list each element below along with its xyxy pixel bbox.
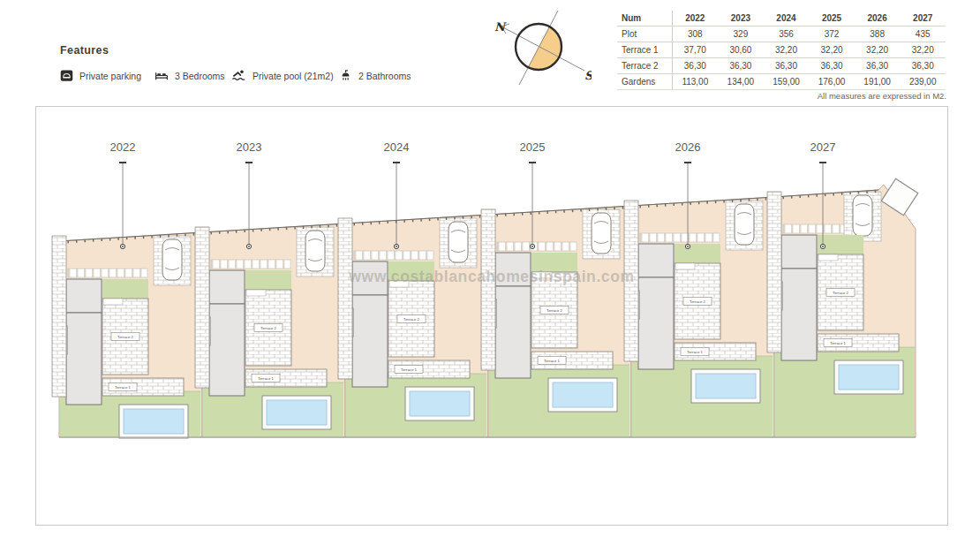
cell-value: 239,00 bbox=[900, 74, 946, 89]
feature-label: Private parking bbox=[79, 71, 141, 81]
cell-value: 36,30 bbox=[900, 58, 946, 73]
plot-year-label: 2024 bbox=[384, 140, 410, 154]
svg-text:Terrace 1: Terrace 1 bbox=[258, 376, 275, 381]
cell-value: 435 bbox=[900, 27, 946, 42]
svg-text:Terrace 1: Terrace 1 bbox=[830, 341, 847, 345]
svg-text:Terrace 1: Terrace 1 bbox=[544, 359, 561, 363]
cell-value: 32,20 bbox=[764, 42, 810, 57]
building-lower bbox=[781, 269, 817, 360]
terrace-2-label: Terrace 2 bbox=[254, 324, 283, 332]
measure-note: All measures are expressed in M2. bbox=[818, 91, 946, 101]
cell-value: 37,70 bbox=[673, 42, 719, 57]
feature-label: 3 Bedrooms bbox=[175, 71, 225, 81]
terrace-2-label: Terrace 2 bbox=[683, 298, 712, 306]
cell-value: 36,30 bbox=[809, 58, 855, 73]
terrace-1-label: Terrace 1 bbox=[824, 339, 852, 347]
plots-layer: Terrace 2Terrace 1Terrace 2Terrace 1Terr… bbox=[52, 178, 918, 438]
pool bbox=[553, 383, 613, 407]
cell-value: 30,60 bbox=[718, 42, 764, 57]
terrace-1-label: Terrace 1 bbox=[252, 375, 280, 383]
plot-year-label: 2027 bbox=[810, 140, 836, 154]
pool-icon bbox=[231, 69, 246, 82]
row-label: Plot bbox=[617, 27, 673, 42]
building-upper bbox=[66, 279, 102, 313]
plot-2026: Terrace 2Terrace 1 bbox=[631, 197, 774, 437]
plot-year-label: 2023 bbox=[237, 140, 262, 154]
pool bbox=[267, 400, 327, 425]
walkway bbox=[211, 260, 290, 269]
bed-icon bbox=[155, 69, 169, 82]
terrace-2-label: Terrace 2 bbox=[397, 315, 426, 323]
plot-2025: Terrace 2Terrace 1 bbox=[488, 206, 631, 437]
boundary-wall bbox=[767, 192, 781, 352]
pool bbox=[839, 365, 899, 390]
plot-2027: Terrace 2Terrace 1 bbox=[774, 185, 916, 437]
walkway bbox=[640, 233, 720, 242]
table-row-gardens: Gardens113,00134,00159,00176,00191,00239… bbox=[617, 74, 946, 90]
building-lower bbox=[352, 295, 388, 387]
cell-value: 191,00 bbox=[855, 74, 901, 89]
cell-value: 32,20 bbox=[809, 42, 855, 57]
terrace-2-label: Terrace 2 bbox=[826, 289, 855, 297]
plot-year-leader-2022: 2022 bbox=[110, 140, 136, 249]
cell-value: 36,30 bbox=[718, 58, 764, 73]
table-row-plot: Plot308329356372388435 bbox=[617, 27, 946, 42]
table-header-row: Num202220232024202520262027 bbox=[617, 11, 946, 27]
terrace-1-label: Terrace 1 bbox=[538, 357, 566, 365]
col-header-2024: 2024 bbox=[764, 11, 810, 26]
walkway bbox=[68, 269, 147, 277]
cell-value: 134,00 bbox=[718, 74, 764, 89]
building-lower bbox=[66, 313, 102, 405]
feature-bedrooms: 3 Bedrooms bbox=[155, 69, 225, 82]
boundary-wall bbox=[481, 209, 495, 370]
col-header-2025: 2025 bbox=[809, 11, 855, 26]
plot-2022: Terrace 2Terrace 1 bbox=[59, 232, 202, 438]
table-row-terrace-1: Terrace 137,7030,6032,2032,2032,2032,20 bbox=[617, 42, 946, 58]
cell-value: 388 bbox=[855, 27, 901, 42]
parking-icon bbox=[60, 69, 73, 82]
building-upper bbox=[638, 244, 674, 277]
building-upper bbox=[781, 235, 817, 269]
cell-value: 372 bbox=[809, 27, 855, 42]
compass-south-label: S bbox=[584, 69, 592, 82]
plot-2023: Terrace 2Terrace 1 bbox=[202, 223, 345, 437]
boundary-wall bbox=[338, 218, 352, 379]
building-upper bbox=[495, 253, 531, 286]
pool bbox=[410, 391, 470, 416]
pool bbox=[696, 374, 756, 398]
terrace-2-label: Terrace 2 bbox=[111, 333, 139, 341]
site-plan: Terrace 2Terrace 1Terrace 2Terrace 1Terr… bbox=[35, 106, 948, 526]
feature-pool: Private pool (21m2) bbox=[231, 69, 334, 82]
boundary-wall bbox=[624, 201, 638, 361]
building-lower bbox=[495, 286, 531, 378]
building-upper bbox=[352, 261, 388, 295]
col-header-2026: 2026 bbox=[855, 11, 901, 26]
cell-value: 36,30 bbox=[855, 58, 901, 73]
svg-text:Terrace 2: Terrace 2 bbox=[690, 299, 706, 304]
table-row-terrace-2: Terrace 236,3036,3036,3036,3036,3036,30 bbox=[617, 58, 946, 74]
col-header-2023: 2023 bbox=[718, 11, 764, 26]
building-lower bbox=[209, 304, 245, 396]
cell-value: 176,00 bbox=[809, 74, 855, 89]
svg-text:Terrace 1: Terrace 1 bbox=[687, 350, 704, 354]
bath-icon bbox=[339, 69, 352, 82]
svg-text:Terrace 2: Terrace 2 bbox=[547, 308, 563, 313]
building-upper bbox=[209, 270, 245, 304]
col-header-2027: 2027 bbox=[900, 11, 946, 26]
boundary-wall bbox=[52, 236, 66, 397]
building-lower bbox=[638, 277, 674, 369]
plot-2024: Terrace 2Terrace 1 bbox=[345, 215, 488, 437]
plot-year-label: 2025 bbox=[520, 140, 546, 154]
cell-value: 32,20 bbox=[900, 42, 946, 57]
terrace-1-label: Terrace 1 bbox=[395, 366, 423, 374]
cell-value: 159,00 bbox=[764, 74, 810, 89]
walkway bbox=[354, 251, 433, 260]
svg-text:Terrace 1: Terrace 1 bbox=[115, 385, 132, 390]
measurements-table: Num202220232024202520262027Plot308329356… bbox=[617, 11, 946, 90]
pool bbox=[124, 409, 184, 434]
svg-text:Terrace 1: Terrace 1 bbox=[401, 367, 418, 372]
col-header-num: Num bbox=[617, 11, 673, 26]
cell-value: 36,30 bbox=[673, 58, 719, 73]
terrace-2-label: Terrace 2 bbox=[540, 307, 569, 314]
plot-year-label: 2022 bbox=[110, 140, 136, 154]
